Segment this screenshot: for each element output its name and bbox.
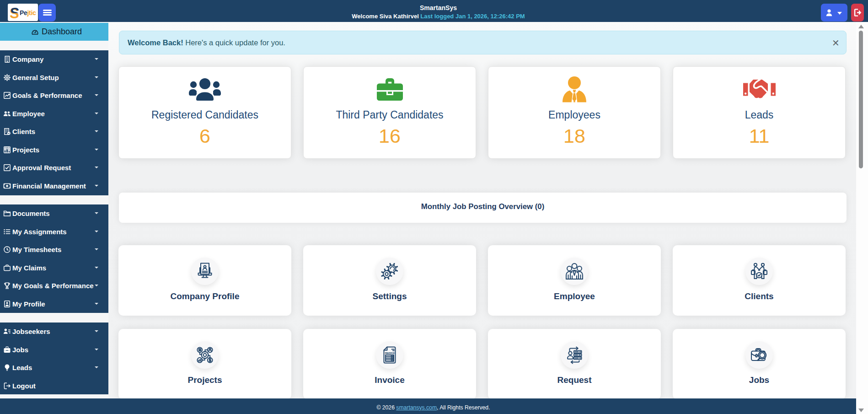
svg-text:jtic: jtic	[27, 9, 37, 16]
svg-text:INVOICE: INVOICE	[385, 352, 395, 355]
svg-text:Pe: Pe	[20, 9, 27, 16]
